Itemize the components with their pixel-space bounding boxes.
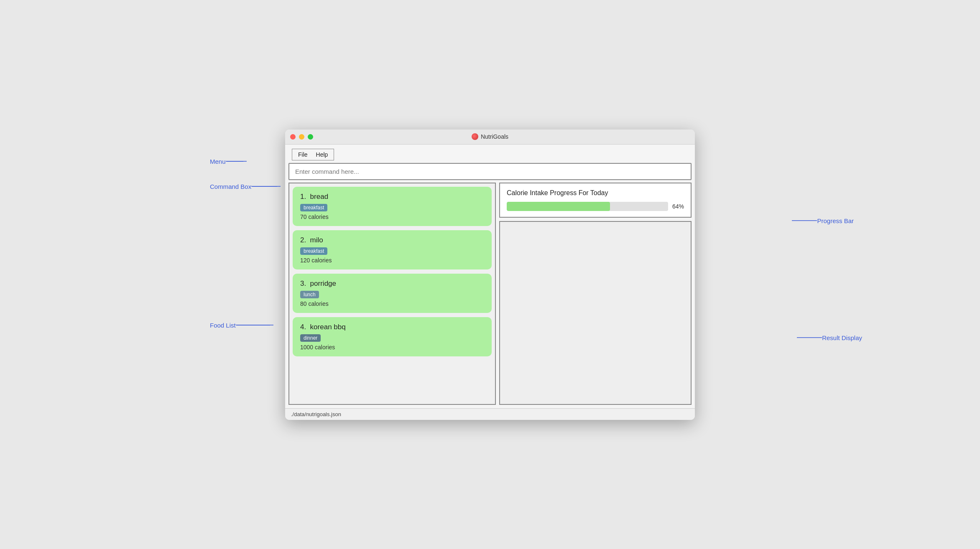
food-list-item[interactable]: 4. korean bbq dinner 1000 calories xyxy=(293,317,492,356)
food-item-calories: 1000 calories xyxy=(300,344,484,351)
app-window: NutriGoals File Help 1. bread breakfast … xyxy=(285,130,695,420)
progress-section: Calorie Intake Progress For Today 64% xyxy=(499,183,692,218)
menu-help[interactable]: Help xyxy=(312,150,332,159)
result-display xyxy=(499,221,692,405)
menu-file[interactable]: File xyxy=(294,150,312,159)
traffic-lights xyxy=(290,134,313,140)
resultdisplay-annotation: Result Display xyxy=(822,334,862,341)
food-item-tag: dinner xyxy=(300,334,321,342)
food-item-tag: breakfast xyxy=(300,204,327,211)
food-list-panel[interactable]: 1. bread breakfast 70 calories 2. milo b… xyxy=(288,183,496,405)
command-section xyxy=(285,163,695,183)
right-panel: Calorie Intake Progress For Today 64% xyxy=(499,183,692,405)
statusbar: ./data/nutrigoals.json xyxy=(285,408,695,420)
progress-percent: 64% xyxy=(672,203,684,210)
food-list-item[interactable]: 2. milo breakfast 120 calories xyxy=(293,230,492,269)
menubar: File Help xyxy=(292,149,334,160)
command-input[interactable] xyxy=(288,163,692,180)
progress-bar-fill xyxy=(507,202,610,211)
progress-title: Calorie Intake Progress For Today xyxy=(507,189,684,197)
food-item-tag: breakfast xyxy=(300,247,327,255)
divider xyxy=(496,183,499,405)
progress-bar-container: 64% xyxy=(507,202,684,211)
food-list-item[interactable]: 1. bread breakfast 70 calories xyxy=(293,187,492,226)
maximize-button[interactable] xyxy=(308,134,313,140)
main-content: 1. bread breakfast 70 calories 2. milo b… xyxy=(285,183,695,408)
foodlist-annotation: Food List xyxy=(210,322,236,329)
food-item-tag: lunch xyxy=(300,291,319,298)
food-item-name: 1. bread xyxy=(300,193,484,201)
progressbar-annotation: Progress Bar xyxy=(817,217,854,224)
app-title: NutriGoals xyxy=(481,133,508,140)
food-list-item[interactable]: 3. porridge lunch 80 calories xyxy=(293,274,492,313)
menu-annotation: Menu xyxy=(210,158,226,165)
app-icon xyxy=(472,133,478,140)
progress-bar-track xyxy=(507,202,668,211)
close-button[interactable] xyxy=(290,134,296,140)
food-item-calories: 70 calories xyxy=(300,214,484,220)
food-item-calories: 80 calories xyxy=(300,300,484,307)
food-item-name: 4. korean bbq xyxy=(300,323,484,331)
menubar-wrapper: File Help xyxy=(285,145,695,163)
food-item-name: 3. porridge xyxy=(300,280,484,288)
statusbar-text: ./data/nutrigoals.json xyxy=(291,411,341,417)
titlebar-title: NutriGoals xyxy=(472,133,508,140)
food-item-calories: 120 calories xyxy=(300,257,484,264)
food-item-name: 2. milo xyxy=(300,236,484,244)
titlebar: NutriGoals xyxy=(285,130,695,145)
outer-wrapper: Menu Command Box Food List NutriGoals F xyxy=(210,130,770,420)
minimize-button[interactable] xyxy=(299,134,304,140)
command-annotation: Command Box xyxy=(210,183,251,190)
